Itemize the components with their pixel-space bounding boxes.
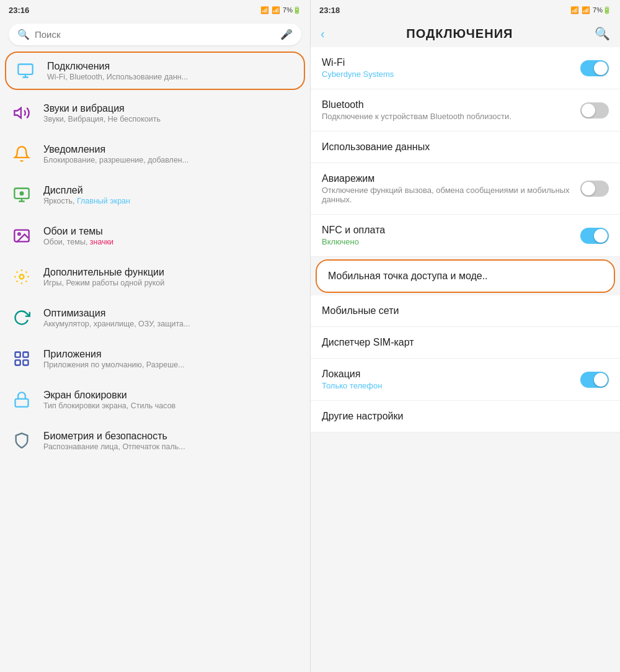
- bluetooth-toggle[interactable]: [580, 102, 609, 119]
- othersettings-content: Другие настройки: [322, 411, 609, 422]
- advanced-text: Дополнительные функции Игры, Режим работ…: [43, 267, 164, 287]
- wifi-toggle-thumb: [594, 61, 608, 75]
- wifi-subtitle: Cyberdyne Systems: [322, 69, 580, 79]
- menu-item-advanced[interactable]: Дополнительные функции Игры, Режим работ…: [0, 256, 310, 297]
- svg-rect-7: [23, 352, 28, 357]
- lockscreen-subtitle: Тип блокировки экрана, Стиль часов: [43, 401, 175, 410]
- bluetooth-toggle-thumb: [582, 104, 595, 117]
- svg-rect-10: [16, 399, 29, 407]
- right-panel: 23:18 📶 📶 7%🔋 ‹ ПОДКЛЮЧЕНИЯ 🔍 Wi-Fi Cybe…: [310, 0, 620, 672]
- menu-item-notifications[interactable]: Уведомления Блокирование, разрешение, до…: [0, 133, 310, 174]
- nfc-setting[interactable]: NFC и оплата Включено: [311, 215, 620, 257]
- airplane-setting[interactable]: Авиарежим Отключение функций вызова, обм…: [311, 163, 620, 215]
- nfc-toggle[interactable]: [580, 228, 609, 244]
- location-content: Локация Только телефон: [322, 369, 580, 390]
- left-panel: 23:16 📶 📶 7%🔋 🔍 🎤: [0, 0, 310, 672]
- wallpaper-icon: [10, 224, 33, 248]
- wallpaper-text: Обои и темы Обои, темы, значки: [43, 226, 113, 246]
- connections-page-title: ПОДКЛЮЧЕНИЯ: [406, 27, 513, 41]
- menu-item-connections[interactable]: Подключения Wi-Fi, Bluetooth, Использова…: [5, 52, 305, 90]
- mic-icon[interactable]: 🎤: [280, 29, 293, 40]
- settings-list: Wi-Fi Cyberdyne Systems Bluetooth Подклю…: [311, 47, 620, 672]
- sounds-icon: [10, 101, 33, 125]
- status-icons-right: 📶 📶 7%🔋: [570, 6, 611, 14]
- advanced-icon: [10, 265, 33, 289]
- optimization-text: Оптимизация Аккумулятор, хранилище, ОЗУ,…: [43, 308, 190, 328]
- search-icon: 🔍: [17, 29, 30, 40]
- lockscreen-icon: [10, 388, 33, 411]
- lockscreen-title: Экран блокировки: [43, 390, 175, 401]
- airplane-toggle[interactable]: [580, 181, 609, 197]
- bluetooth-setting[interactable]: Bluetooth Подключение к устройствам Blue…: [311, 89, 620, 132]
- menu-item-sounds[interactable]: Звуки и вибрация Звуки, Вибрация, Не бес…: [0, 92, 310, 133]
- status-icons-left: 📶 📶 7%🔋: [260, 6, 301, 14]
- right-header: ‹ ПОДКЛЮЧЕНИЯ 🔍: [311, 20, 620, 47]
- biometrics-icon: [10, 429, 33, 452]
- sim-setting[interactable]: Диспетчер SIM-карт: [311, 327, 620, 359]
- nfc-title: NFC и оплата: [322, 225, 580, 236]
- wifi-setting[interactable]: Wi-Fi Cyberdyne Systems: [311, 47, 620, 89]
- sounds-text: Звуки и вибрация Звуки, Вибрация, Не бес…: [43, 103, 161, 123]
- location-toggle[interactable]: [580, 372, 609, 388]
- connections-icon: [14, 59, 37, 83]
- connections-title: Подключения: [47, 61, 188, 72]
- sim-title: Диспетчер SIM-карт: [322, 337, 609, 348]
- battery-left: 7%🔋: [283, 6, 301, 14]
- svg-rect-8: [16, 360, 20, 365]
- mobilenets-title: Мобильные сети: [322, 305, 609, 316]
- biometrics-title: Биометрия и безопасность: [43, 431, 185, 442]
- wifi-toggle[interactable]: [580, 60, 609, 76]
- header-search-button[interactable]: 🔍: [595, 26, 610, 41]
- menu-item-wallpaper[interactable]: Обои и темы Обои, темы, значки: [0, 215, 310, 256]
- nfc-subtitle: Включено: [322, 237, 580, 246]
- battery-right: 7%🔋: [593, 6, 611, 14]
- menu-item-apps[interactable]: Приложения Приложения по умолчанию, Разр…: [0, 338, 310, 379]
- lockscreen-text: Экран блокировки Тип блокировки экрана, …: [43, 390, 175, 410]
- biometrics-text: Биометрия и безопасность Распознавание л…: [43, 431, 185, 451]
- menu-item-display[interactable]: Дисплей Яркость, Главный экран: [0, 174, 310, 215]
- othersettings-title: Другие настройки: [322, 411, 609, 422]
- wallpaper-subtitle: Обои, темы, значки: [43, 238, 113, 246]
- menu-item-lockscreen[interactable]: Экран блокировки Тип блокировки экрана, …: [0, 379, 310, 420]
- menu-item-optimization[interactable]: Оптимизация Аккумулятор, хранилище, ОЗУ,…: [0, 297, 310, 338]
- notifications-icon: [10, 142, 33, 166]
- back-button[interactable]: ‹: [321, 27, 325, 41]
- wifi-title: Wi-Fi: [322, 57, 580, 68]
- menu-item-biometrics[interactable]: Биометрия и безопасность Распознавание л…: [0, 420, 310, 461]
- airplane-content: Авиарежим Отключение функций вызова, обм…: [322, 173, 580, 204]
- location-setting[interactable]: Локация Только телефон: [311, 359, 620, 401]
- mobilenets-content: Мобильные сети: [322, 305, 609, 316]
- search-bar[interactable]: 🔍 🎤: [9, 24, 301, 45]
- svg-point-5: [20, 275, 24, 279]
- wifi-icon-right: 📶: [570, 6, 579, 14]
- apps-text: Приложения Приложения по умолчанию, Разр…: [43, 349, 185, 369]
- location-subtitle: Только телефон: [322, 381, 580, 390]
- menu-list: Подключения Wi-Fi, Bluetooth, Использова…: [0, 49, 310, 672]
- datausage-title: Использование данных: [322, 141, 609, 153]
- mobilenets-setting[interactable]: Мобильные сети: [311, 295, 620, 327]
- connections-subtitle: Wi-Fi, Bluetooth, Использование данн...: [47, 73, 188, 81]
- apps-title: Приложения: [43, 349, 185, 360]
- apps-subtitle: Приложения по умолчанию, Разреше...: [43, 361, 185, 369]
- search-input[interactable]: [35, 29, 275, 40]
- status-bar-left: 23:16 📶 📶 7%🔋: [0, 0, 310, 20]
- display-icon: [10, 183, 33, 207]
- svg-rect-6: [16, 352, 20, 357]
- signal-icon-left: 📶: [272, 6, 280, 14]
- svg-rect-0: [18, 65, 32, 74]
- signal-icon-right: 📶: [582, 6, 590, 14]
- sounds-title: Звуки и вибрация: [43, 103, 161, 114]
- hotspot-setting[interactable]: Мобильная точка доступа и моде..: [317, 261, 614, 292]
- airplane-title: Авиарежим: [322, 173, 580, 184]
- wallpaper-title: Обои и темы: [43, 226, 113, 237]
- wifi-icon-left: 📶: [260, 6, 269, 14]
- sounds-subtitle: Звуки, Вибрация, Не беспокоить: [43, 115, 161, 123]
- bluetooth-title: Bluetooth: [322, 99, 580, 110]
- datausage-setting[interactable]: Использование данных: [311, 132, 620, 163]
- optimization-icon: [10, 306, 33, 329]
- nfc-toggle-thumb: [594, 229, 608, 243]
- nfc-content: NFC и оплата Включено: [322, 225, 580, 246]
- othersettings-setting[interactable]: Другие настройки: [311, 401, 620, 432]
- airplane-toggle-thumb: [582, 182, 595, 195]
- airplane-subtitle: Отключение функций вызова, обмена сообще…: [322, 186, 580, 204]
